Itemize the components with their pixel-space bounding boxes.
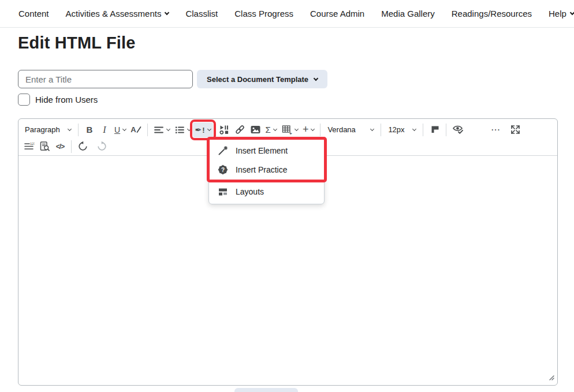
pen-exclaim-icon: ✒! xyxy=(195,125,205,135)
source-code-button[interactable]: </> xyxy=(53,139,68,154)
insert-equation-button[interactable]: Σ xyxy=(263,122,279,137)
nav-activities-assessments[interactable]: Activities & Assessments xyxy=(66,9,169,18)
font-size-select[interactable]: 12px xyxy=(385,122,419,137)
page-title: Edit HTML File xyxy=(18,33,136,53)
format-painter-button[interactable] xyxy=(427,122,442,137)
insert-options-menu: Insert Element ? Insert Practice xyxy=(208,137,325,204)
chevron-down-icon xyxy=(295,127,299,131)
resize-grip-icon xyxy=(548,374,555,381)
preview-button[interactable] xyxy=(37,139,53,154)
undo-button[interactable] xyxy=(75,139,91,154)
word-count-button[interactable]: 123 xyxy=(21,139,37,154)
toolbar-divider xyxy=(381,124,381,136)
chevron-down-icon xyxy=(187,127,191,131)
chevron-down-icon xyxy=(570,10,574,14)
redo-icon xyxy=(96,141,107,152)
align-left-icon xyxy=(154,125,164,135)
chevron-down-icon xyxy=(273,127,277,131)
hide-from-users-label: Hide from Users xyxy=(35,95,98,104)
insert-stuff-button[interactable] xyxy=(217,122,232,137)
magic-wand-icon xyxy=(218,145,228,156)
insert-options-button[interactable]: ✒! xyxy=(193,122,213,137)
toolbar-divider xyxy=(320,124,320,136)
layouts-icon xyxy=(218,186,228,197)
alignment-button[interactable] xyxy=(151,122,172,137)
menu-item-layouts[interactable]: Layouts xyxy=(209,182,324,201)
pencil-slash-icon xyxy=(136,126,141,133)
practice-badge-icon: ? xyxy=(218,165,228,175)
toolbar-divider xyxy=(147,124,148,136)
chevron-down-icon xyxy=(370,127,374,131)
font-color-icon: A xyxy=(131,125,136,134)
chevron-down-icon xyxy=(311,127,315,131)
toolbar-row-1: Paragraph B I U A xyxy=(21,121,554,139)
chevron-down-icon xyxy=(207,127,211,131)
link-icon xyxy=(234,124,245,135)
more-actions-button[interactable]: ⋯ xyxy=(488,122,503,137)
undo-icon xyxy=(77,141,88,152)
accessibility-check-icon xyxy=(452,124,464,135)
insert-stuff-icon xyxy=(219,124,230,135)
toolbar-divider xyxy=(446,124,446,136)
accessibility-checker-button[interactable] xyxy=(450,122,466,137)
save-button-partial[interactable] xyxy=(234,388,298,392)
chevron-down-icon xyxy=(122,127,126,131)
bold-button[interactable]: B xyxy=(82,122,97,137)
fullscreen-button[interactable] xyxy=(508,122,523,137)
insert-link-button[interactable] xyxy=(232,122,248,137)
paragraph-format-select[interactable]: Paragraph xyxy=(21,122,74,137)
title-input[interactable] xyxy=(18,70,193,88)
word-count-icon: 123 xyxy=(24,141,35,152)
svg-text:+: + xyxy=(289,131,292,136)
chevron-down-icon xyxy=(166,127,170,131)
font-color-button[interactable]: A xyxy=(128,122,143,137)
nav-readings-resources[interactable]: Readings/Resources xyxy=(452,9,532,18)
hide-from-users-row: Hide from Users xyxy=(18,94,98,106)
list-button[interactable] xyxy=(172,122,193,137)
insert-table-button[interactable]: + xyxy=(279,122,300,137)
image-icon xyxy=(250,124,261,135)
course-navbar: Content Activities & Assessments Classli… xyxy=(0,0,574,28)
italic-button[interactable]: I xyxy=(97,122,112,137)
nav-content[interactable]: Content xyxy=(18,9,49,18)
chevron-down-icon xyxy=(68,127,72,131)
toolbar-divider xyxy=(78,124,79,136)
toolbar-divider xyxy=(423,124,423,136)
underline-button[interactable]: U xyxy=(112,122,128,137)
nav-media-gallery[interactable]: Media Gallery xyxy=(381,9,435,18)
fullscreen-expand-icon xyxy=(510,124,521,135)
svg-text:?: ? xyxy=(221,166,225,173)
menu-item-insert-practice[interactable]: ? Insert Practice xyxy=(209,160,324,179)
bullet-list-icon xyxy=(174,125,185,135)
html-editor: Paragraph B I U A xyxy=(18,118,558,386)
toolbar-divider xyxy=(71,140,72,153)
format-painter-icon xyxy=(429,124,440,135)
svg-text:123: 123 xyxy=(30,142,35,145)
chevron-down-icon xyxy=(165,10,169,14)
nav-help[interactable]: Help xyxy=(549,9,574,18)
document-search-icon xyxy=(39,141,50,152)
select-document-template-button[interactable]: Select a Document Template xyxy=(197,70,327,88)
redo-button[interactable] xyxy=(94,139,110,154)
menu-item-insert-element[interactable]: Insert Element xyxy=(209,141,324,160)
menu-separator xyxy=(209,180,324,181)
chevron-down-icon xyxy=(314,76,318,80)
editor-resize-handle[interactable] xyxy=(548,373,555,383)
nav-class-progress[interactable]: Class Progress xyxy=(234,9,293,18)
insert-more-elements-button[interactable]: + xyxy=(300,122,317,137)
hide-from-users-checkbox[interactable] xyxy=(18,94,30,106)
insert-image-button[interactable] xyxy=(248,122,263,137)
font-family-select[interactable]: Verdana xyxy=(324,122,377,137)
chevron-down-icon xyxy=(412,127,416,131)
table-icon: + xyxy=(281,124,292,135)
nav-course-admin[interactable]: Course Admin xyxy=(310,9,364,18)
edit-html-file-page: Content Activities & Assessments Classli… xyxy=(0,0,574,392)
nav-classlist[interactable]: Classlist xyxy=(185,9,218,18)
